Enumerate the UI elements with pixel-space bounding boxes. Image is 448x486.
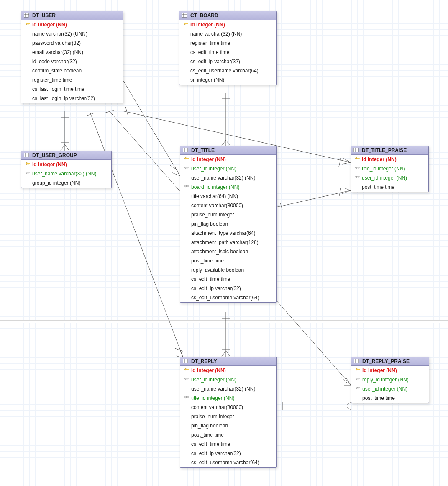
column-row[interactable]: email varchar(32) (NN) [21,48,123,57]
column-row[interactable]: title_id integer (NN) [180,393,276,403]
column-text: praise_num integer [191,212,234,218]
pk-key-icon [183,368,191,373]
entity-ct-board[interactable]: CT_BOARDid integer (NN)name varchar(32) … [179,11,277,85]
column-row[interactable]: id integer (NN) [21,160,111,169]
column-text: user_name varchar(32) (NN) [191,175,255,181]
column-row[interactable]: post_time time [180,430,276,440]
column-row[interactable]: user_name varchar(32) (NN) [21,169,111,178]
entity-header[interactable]: DT_REPLY [180,357,276,366]
column-text: cs_edit_username varchar(64) [191,295,259,301]
column-text: reply_available boolean [191,267,244,273]
entity-header[interactable]: DT_TITLE_PRAISE [351,146,428,155]
column-row[interactable]: title varchar(64) (NN) [180,192,276,201]
column-row[interactable]: post_time time [180,256,276,265]
fk-key-icon [24,172,32,176]
column-row[interactable]: cs_edit_username varchar(64) [180,293,276,302]
column-row[interactable]: group_id integer (NN) [21,178,111,188]
column-text: email varchar(32) (NN) [32,49,83,55]
column-row[interactable]: cs_edit_username varchar(64) [180,458,276,467]
column-row[interactable]: board_id integer (NN) [180,183,276,192]
column-row[interactable]: register_time time [179,39,276,48]
column-row[interactable]: sn integer (NN) [179,75,276,85]
column-row[interactable]: cs_last_login_ip varchar(32) [21,94,123,103]
horizontal-splitter[interactable] [0,320,448,323]
column-text: sn integer (NN) [190,77,224,83]
column-row[interactable]: confirm_state boolean [21,66,123,75]
entity-dt-reply-praise[interactable]: DT_REPLY_PRAISEid integer (NN)reply_id i… [351,357,429,403]
column-row[interactable]: password varchar(32) [21,39,123,48]
column-text: user_id integer (NN) [362,386,407,392]
column-row[interactable]: cs_edit_time time [180,275,276,284]
column-text: content varchar(30000) [191,404,243,410]
entity-dt-user[interactable]: DT_USERid integer (NN)name varchar(32) (… [21,11,123,103]
column-row[interactable]: user_id integer (NN) [180,164,276,173]
column-text: board_id integer (NN) [191,184,239,190]
column-row[interactable]: cs_edit_time time [180,440,276,449]
column-text: user_id integer (NN) [362,175,407,181]
column-row[interactable]: user_id integer (NN) [180,375,276,384]
column-row[interactable]: id integer (NN) [180,155,276,164]
entity-header[interactable]: DT_USER_GROUP [21,151,111,160]
column-row[interactable]: attachment_path varchar(128) [180,238,276,247]
column-row[interactable]: cs_edit_ip varchar(32) [179,57,276,66]
column-row[interactable]: cs_edit_ip varchar(32) [180,449,276,458]
entity-header[interactable]: DT_REPLY_PRAISE [351,357,429,366]
column-row[interactable]: content varchar(30000) [180,403,276,412]
column-row[interactable]: name varchar(32) (NN) [179,29,276,39]
column-row[interactable]: cs_edit_time time [179,48,276,57]
column-row[interactable]: id integer (NN) [179,20,276,29]
column-row[interactable]: id integer (NN) [21,20,123,29]
column-row[interactable]: id integer (NN) [351,366,429,375]
column-text: name varchar(32) (NN) [190,31,242,37]
entity-header[interactable]: CT_BOARD [179,11,276,20]
column-row[interactable]: pin_flag boolean [180,421,276,430]
column-row[interactable]: register_time time [21,75,123,85]
column-row[interactable]: title_id integer (NN) [351,164,428,173]
column-row[interactable]: attachment_type varchar(64) [180,229,276,238]
column-row[interactable]: cs_last_login_time time [21,85,123,94]
column-row[interactable]: user_name varchar(32) (NN) [180,173,276,183]
column-text: cs_edit_ip varchar(32) [191,450,241,456]
column-row[interactable]: cs_edit_username varchar(64) [179,66,276,75]
fk-key-icon [353,167,362,171]
fk-key-icon [183,396,191,400]
column-row[interactable]: praise_num integer [180,412,276,421]
column-row[interactable]: post_time time [351,393,429,403]
column-row[interactable]: pin_flag boolean [180,219,276,229]
entity-dt-reply[interactable]: DT_REPLYid integer (NN)user_id integer (… [180,357,277,468]
column-row[interactable]: post_time time [351,183,428,192]
column-row[interactable]: user_name varchar(32) (NN) [180,384,276,393]
entity-title: CT_BOARD [190,13,218,18]
column-row[interactable]: cs_edit_ip varchar(32) [180,284,276,293]
column-row[interactable]: reply_available boolean [180,265,276,275]
entity-dt-title-praise[interactable]: DT_TITLE_PRAISEid integer (NN)title_id i… [351,146,429,192]
column-row[interactable]: id integer (NN) [180,366,276,375]
column-row[interactable]: name varchar(32) (UNN) [21,29,123,39]
column-row[interactable]: id integer (NN) [351,155,428,164]
column-text: post_time time [362,184,394,190]
column-row[interactable]: praise_num integer [180,210,276,219]
column-row[interactable]: user_id integer (NN) [351,384,429,393]
column-text: confirm_state boolean [32,68,82,74]
column-text: user_name varchar(32) (NN) [32,171,96,177]
column-row[interactable]: user_id integer (NN) [351,173,428,183]
entity-title: DT_TITLE_PRAISE [362,147,407,153]
entity-header[interactable]: DT_USER [21,11,123,20]
fk-key-icon [354,378,362,382]
column-row[interactable]: attachment_ispic boolean [180,247,276,256]
column-text: id integer (NN) [362,368,397,373]
column-row[interactable]: content varchar(30000) [180,201,276,210]
fk-key-icon [183,378,191,382]
entity-dt-title[interactable]: DT_TITLEid integer (NN)user_id integer (… [180,146,277,303]
entity-title: DT_USER_GROUP [32,152,77,158]
column-text: cs_edit_ip varchar(32) [190,59,240,64]
column-row[interactable]: reply_id integer (NN) [351,375,429,384]
column-text: id integer (NN) [362,157,397,162]
entity-title: DT_USER [32,13,56,18]
column-text: cs_edit_username varchar(64) [191,460,259,465]
entity-dt-user-group[interactable]: DT_USER_GROUPid integer (NN)user_name va… [21,151,112,188]
column-row[interactable]: id_code varchar(32) [21,57,123,66]
column-text: attachment_path varchar(128) [191,239,259,245]
column-text: cs_last_login_ip varchar(32) [32,95,95,101]
entity-header[interactable]: DT_TITLE [180,146,276,155]
